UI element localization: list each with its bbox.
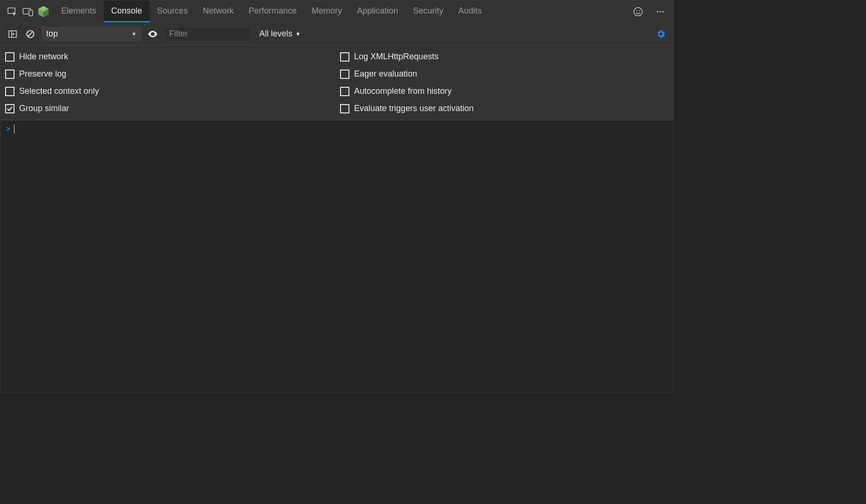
svg-point-9	[657, 11, 658, 12]
setting-label: Autocomplete from history	[354, 86, 452, 96]
svg-rect-0	[8, 8, 15, 14]
console-text-cursor	[14, 124, 14, 133]
checkbox[interactable]	[340, 70, 349, 79]
console-settings-gear-icon[interactable]	[654, 28, 667, 41]
filter-input[interactable]	[164, 27, 252, 42]
nodejs-icon[interactable]	[38, 6, 49, 17]
checkbox[interactable]	[5, 87, 14, 96]
settings-col-right: Log XMLHttpRequests Eager evaluation Aut…	[338, 48, 673, 117]
setting-label: Preserve log	[19, 69, 66, 79]
svg-rect-2	[29, 10, 33, 16]
tab-sources[interactable]: Sources	[149, 0, 195, 22]
toggle-console-sidebar-icon[interactable]	[6, 28, 19, 41]
setting-label: Evaluate triggers user activation	[354, 104, 474, 113]
setting-label: Hide network	[19, 52, 68, 62]
console-body[interactable]: >	[0, 120, 673, 392]
settings-col-left: Hide network Preserve log Selected conte…	[3, 48, 338, 117]
context-value: top	[46, 29, 58, 39]
execution-context-selector[interactable]: top ▼	[42, 27, 142, 42]
console-settings-panel: Hide network Preserve log Selected conte…	[0, 45, 673, 120]
tab-application[interactable]: Application	[349, 0, 405, 22]
setting-selected-context-only[interactable]: Selected context only	[3, 83, 338, 100]
checkbox[interactable]	[340, 87, 349, 96]
levels-label: All levels	[259, 29, 292, 39]
console-prompt-caret-icon: >	[6, 124, 10, 133]
svg-point-10	[660, 11, 661, 12]
svg-point-15	[152, 33, 154, 35]
svg-point-6	[634, 7, 642, 16]
chevron-down-icon: ▼	[131, 31, 137, 37]
setting-log-xhr[interactable]: Log XMLHttpRequests	[338, 48, 673, 65]
tab-memory[interactable]: Memory	[304, 0, 349, 22]
console-toolbar: top ▼ All levels ▼	[0, 23, 673, 45]
setting-label: Selected context only	[19, 86, 99, 96]
tab-network[interactable]: Network	[195, 0, 241, 22]
log-levels-selector[interactable]: All levels ▼	[256, 29, 304, 39]
chevron-down-icon: ▼	[295, 31, 301, 37]
setting-evaluate-triggers-activation[interactable]: Evaluate triggers user activation	[338, 100, 673, 117]
svg-line-14	[28, 32, 33, 36]
live-expression-eye-icon[interactable]	[146, 28, 159, 41]
setting-group-similar[interactable]: Group similar	[3, 100, 338, 117]
clear-console-icon[interactable]	[24, 28, 37, 41]
toggle-device-toolbar-icon[interactable]	[20, 4, 36, 20]
checkbox[interactable]	[5, 70, 14, 79]
setting-label: Log XMLHttpRequests	[354, 52, 439, 62]
checkbox[interactable]	[340, 104, 349, 113]
devtools-window: Elements Console Sources Network Perform…	[0, 0, 674, 393]
svg-point-11	[662, 11, 664, 12]
inspect-element-icon[interactable]	[4, 4, 20, 20]
tab-console[interactable]: Console	[104, 0, 149, 22]
svg-point-8	[639, 10, 640, 11]
checkbox[interactable]	[340, 52, 349, 62]
setting-autocomplete-history[interactable]: Autocomplete from history	[338, 83, 673, 100]
checkbox[interactable]	[5, 104, 14, 113]
checkbox[interactable]	[5, 52, 14, 62]
setting-preserve-log[interactable]: Preserve log	[3, 65, 338, 83]
setting-label: Eager evaluation	[354, 69, 417, 79]
setting-hide-network[interactable]: Hide network	[3, 48, 338, 65]
setting-eager-evaluation[interactable]: Eager evaluation	[338, 65, 673, 83]
feedback-smiley-icon[interactable]	[630, 4, 646, 20]
topbar: Elements Console Sources Network Perform…	[0, 0, 673, 23]
tab-elements[interactable]: Elements	[54, 0, 104, 22]
tab-security[interactable]: Security	[405, 0, 451, 22]
tab-performance[interactable]: Performance	[241, 0, 304, 22]
tab-audits[interactable]: Audits	[451, 0, 489, 22]
more-options-icon[interactable]	[653, 4, 668, 20]
setting-label: Group similar	[19, 104, 69, 113]
svg-point-7	[636, 10, 637, 11]
panel-tabs: Elements Console Sources Network Perform…	[54, 0, 489, 22]
